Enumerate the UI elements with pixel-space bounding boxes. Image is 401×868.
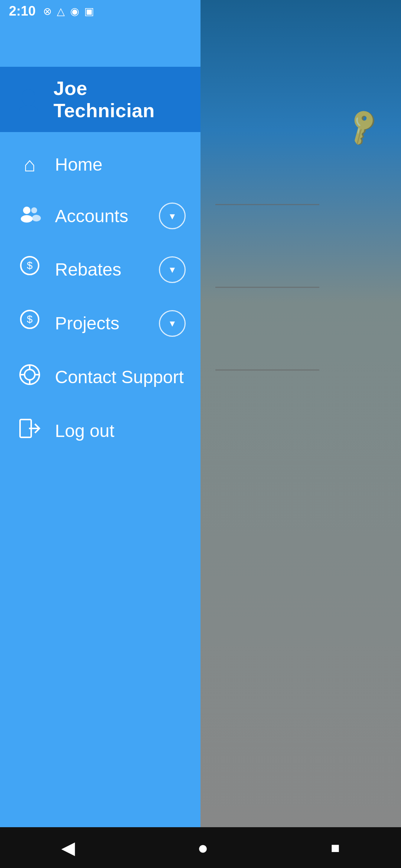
- contact-support-icon: [15, 364, 45, 391]
- nav-label-contact-support: Contact Support: [55, 367, 186, 387]
- nav-label-accounts: Accounts: [55, 206, 159, 226]
- home-icon: ⌂: [15, 153, 45, 176]
- svg-text:$: $: [27, 260, 33, 271]
- network-icon-3: ◉: [70, 5, 79, 17]
- svg-point-0: [23, 207, 30, 214]
- svg-point-1: [21, 215, 33, 223]
- nav-drawer: 2:10 ⊗ △ ◉ ▣ Joe Technician ⌂ Home: [0, 0, 200, 868]
- user-avatar-icon: [13, 88, 43, 112]
- network-icon-2: △: [57, 5, 65, 17]
- nav-item-accounts[interactable]: Accounts ▾: [0, 189, 200, 243]
- projects-icon: $: [15, 310, 45, 337]
- sd-card-icon: ▣: [84, 5, 94, 17]
- nav-item-contact-support[interactable]: Contact Support: [0, 350, 200, 404]
- nav-item-projects[interactable]: $ Projects ▾: [0, 296, 200, 350]
- back-button[interactable]: ◀: [50, 834, 86, 862]
- projects-chevron: ▾: [159, 310, 186, 337]
- decorative-lines: [215, 204, 349, 452]
- nav-item-home[interactable]: ⌂ Home: [0, 139, 200, 189]
- svg-point-9: [25, 369, 35, 380]
- network-icon-1: ⊗: [43, 5, 52, 17]
- bottom-navigation-bar: ◀ ● ■: [0, 827, 401, 868]
- nav-item-logout[interactable]: Log out: [0, 404, 200, 458]
- status-time: 2:10: [9, 3, 36, 19]
- rebates-chevron: ▾: [159, 256, 186, 283]
- nav-label-logout: Log out: [55, 421, 186, 441]
- key-icon: 🔑: [341, 105, 384, 148]
- home-button[interactable]: ●: [186, 834, 219, 862]
- nav-label-projects: Projects: [55, 313, 159, 333]
- status-bar: 2:10 ⊗ △ ◉ ▣: [0, 0, 200, 22]
- logout-icon: [15, 417, 45, 444]
- accounts-icon: [15, 204, 45, 228]
- nav-item-rebates[interactable]: $ Rebates ▾: [0, 243, 200, 296]
- status-icons: ⊗ △ ◉ ▣: [43, 5, 99, 17]
- nav-label-rebates: Rebates: [55, 259, 159, 280]
- svg-text:$: $: [27, 313, 33, 325]
- user-header: Joe Technician: [0, 67, 200, 132]
- rebates-icon: $: [15, 256, 45, 283]
- recents-button[interactable]: ■: [320, 836, 351, 860]
- nav-list: ⌂ Home Accounts ▾ $: [0, 132, 200, 868]
- accounts-chevron: ▾: [159, 203, 186, 229]
- svg-point-3: [32, 215, 41, 221]
- svg-point-2: [31, 207, 37, 213]
- user-name: Joe Technician: [53, 77, 187, 122]
- right-panel-background: 🔑: [200, 0, 401, 868]
- nav-label-home: Home: [55, 154, 186, 175]
